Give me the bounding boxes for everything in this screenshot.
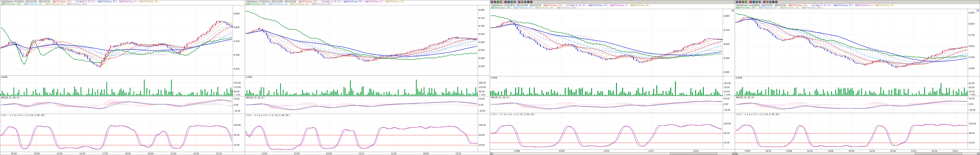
scroll-left-button[interactable]: ◀ [490,152,493,155]
indicator-label: 移動平均(Close, 20 ) [759,6,778,9]
chart-canvas-15min[interactable] [245,5,490,155]
indicator-label: 移動平均(Close, 20 ) [514,6,533,9]
scroll-right-button[interactable]: ▶ [732,152,735,155]
toolbar-icon-indicator-settings[interactable] [518,1,520,3]
toolbar-icon-zoom-out[interactable] [500,1,502,3]
chart-header: 日経225mini 11/12(60分), 2011/11/01 - 2011/… [735,4,980,9]
toolbar-icon-save-chart[interactable] [772,1,775,3]
axis-dropdown-button[interactable]: ▼ [732,10,734,11]
chart-header: 日経225mini 11/12(15分), 2011/11/04 - 2011/… [245,0,490,5]
chart-canvas-60min[interactable] [735,9,980,152]
indicator-label: 移動平均(Close, 150 ) [491,6,511,9]
indicator-label: 移動平均(Close, 25 ) [544,4,563,6]
toolbar-icon-candlestick-chart[interactable] [504,1,507,3]
indicator-label: 移動平均(Close, 200 ) [67,3,87,5]
indicator-label: 一目均衡表( 9, 26, 52 ) [74,0,95,3]
indicator-label: 移動平均(Close, 20 ) [269,3,288,5]
chart-title: 日経225mini 11/12(15分), 2011/11/04 - 2011/… [246,0,296,3]
toolbar-icon-grid-toggle[interactable] [513,1,516,3]
indicator-label: 移動平均(Close, 75 ) [344,0,363,3]
indicator-label: 移動平均(Close, 75 ) [834,4,853,6]
indicator-label: 移動平均(Close, 200 ) [802,6,822,9]
chart-title: 日経225mini 11/12(5分), 2011/11/10 - 2011/1… [1,0,50,3]
toolbar-icon-zoom-out[interactable] [745,1,747,3]
horizontal-scrollbar[interactable]: ◀ ▶ [490,152,735,155]
horizontal-scrollbar[interactable]: ◀ ▶ [735,152,980,155]
panel-toolbar [735,0,980,4]
indicator-label: 移動平均(Close, 10 ) [630,4,649,6]
chart-header: 日経225mini 11/12(30分), 2011/11/04 - 2011/… [490,4,735,9]
indicator-label: 移動平均(Close, 5 ) [855,4,873,6]
panel-toolbar [490,0,735,4]
indicator-label: 移動平均(Close, 5 ) [365,0,383,3]
indicator-label: 移動平均(Close, 25 ) [789,4,808,6]
chart-title: 日経225mini 11/12(60分), 2011/11/01 - 2011/… [736,4,786,6]
indicator-label: 移動平均(Close, 20 ) [24,3,43,5]
indicator-label: 移動平均(Close, 25 ) [52,0,72,3]
scrollbar-thumb[interactable] [915,153,963,155]
indicator-label: 移動平均(Close, 10 ) [385,0,404,3]
chart-panel-5min: 日経225mini 11/12(5分), 2011/11/10 - 2011/1… [0,0,245,155]
chart-area [0,5,245,155]
toolbar-icon-draw-tool[interactable] [521,1,523,3]
scroll-left-button[interactable]: ◀ [735,152,738,155]
chart-panel-15min: 日経225mini 11/12(15分), 2011/11/04 - 2011/… [245,0,490,155]
scrollbar-track[interactable] [738,153,977,155]
indicator-label: 移動平均(Close, 40 ) [45,3,65,5]
chart-panel-60min: ▼ 日経225mini 11/12(60分), 2011/11/01 - 201… [735,0,980,155]
scrollbar-track[interactable] [493,153,732,155]
toolbar-icon-indicator-settings[interactable] [763,1,765,3]
indicator-label: 移動平均(Close, 150 ) [736,6,756,9]
indicator-label: 移動平均(Close, 150 ) [246,3,266,5]
indicator-label: 移動平均(Close, 75 ) [97,0,117,3]
chart-header: 日経225mini 11/12(5分), 2011/11/10 - 2011/1… [0,0,245,5]
indicator-label: 移動平均(Close, 5 ) [119,0,137,3]
toolbar-icon-print-chart[interactable] [530,1,533,3]
toolbar-icon-candlestick-chart[interactable] [749,1,752,3]
chart-canvas-5min[interactable] [0,5,245,155]
indicator-label: 移動平均(Close, 40 ) [290,3,309,5]
indicator-label: 移動平均(Close, 25 ) [299,0,318,3]
toolbar-icon-print-chart[interactable] [775,1,778,3]
chart-area [490,9,735,152]
chart-canvas-30min[interactable] [490,9,735,152]
chart-panel-30min: ▼ 日経225mini 11/12(30分), 2011/11/04 - 201… [490,0,735,155]
indicator-label: 移動平均(Close, 200 ) [557,6,577,9]
toolbar-icon-cursor[interactable] [491,1,493,3]
toolbar-icon-bar-chart[interactable] [756,1,758,3]
indicator-label: 移動平均(Close, 5 ) [610,4,628,6]
toolbar-icon-draw-tool[interactable] [766,1,768,3]
toolbar-icon-crosshair[interactable] [494,1,496,3]
indicator-label: 移動平均(Close, 150 ) [1,3,22,5]
indicator-label: 一目均衡表( 9, 26, 52 ) [565,4,586,6]
toolbar-icon-cursor[interactable] [736,1,738,3]
toolbar-icon-line-chart[interactable] [752,1,755,3]
scrollbar-thumb[interactable] [670,153,718,155]
scroll-right-button[interactable]: ▶ [977,152,980,155]
toolbar-icon-zoom-in[interactable] [497,1,499,3]
indicator-label: 一目均衡表( 9, 26, 52 ) [810,4,831,6]
toolbar-icon-chart-settings[interactable] [524,1,527,3]
chart-area [735,9,980,152]
indicator-label: 移動平均(Close, 10 ) [875,4,894,6]
toolbar-icon-crosshair[interactable] [739,1,741,3]
indicator-label: 一目均衡表( 9, 26, 52 ) [320,0,341,3]
chart-title: 日経225mini 11/12(30分), 2011/11/04 - 2011/… [491,4,541,6]
indicator-label: 移動平均(Close, 75 ) [589,4,608,6]
toolbar-icon-zoom-in[interactable] [742,1,744,3]
chart-area [245,5,490,155]
indicator-label: 移動平均(Close, 10 ) [139,0,158,3]
indicator-label: 移動平均(Close, 40 ) [780,6,799,9]
toolbar-icon-chart-settings[interactable] [769,1,772,3]
toolbar-icon-grid-toggle[interactable] [758,1,761,3]
indicator-label: 移動平均(Close, 40 ) [535,6,554,9]
indicator-label: 移動平均(Close, 200 ) [312,3,332,5]
axis-dropdown-button[interactable]: ▼ [977,10,979,11]
toolbar-icon-line-chart[interactable] [508,1,510,3]
toolbar-icon-bar-chart[interactable] [511,1,513,3]
toolbar-icon-save-chart[interactable] [527,1,530,3]
